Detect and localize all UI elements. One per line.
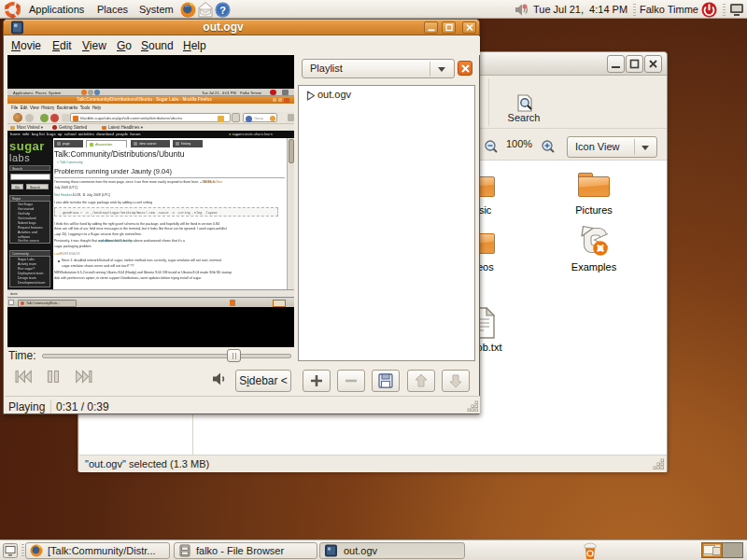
svg-text:?: ? (219, 5, 226, 16)
